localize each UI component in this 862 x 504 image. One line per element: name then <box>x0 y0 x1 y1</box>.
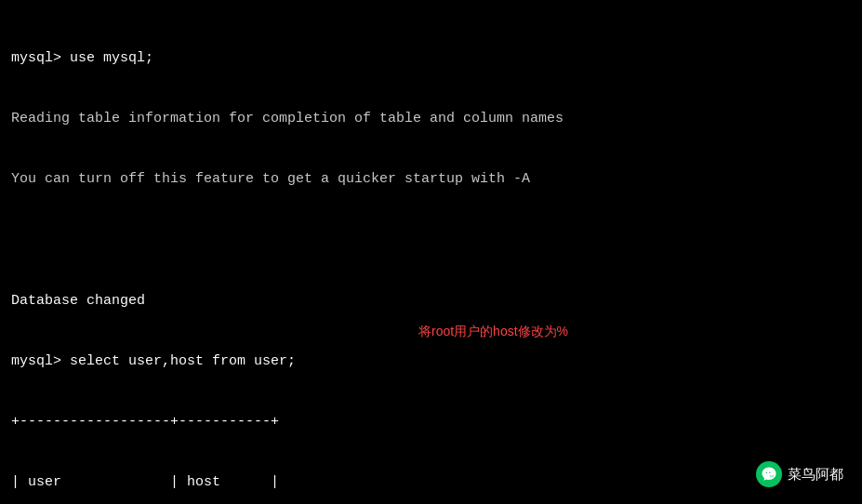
terminal-output: mysql> use mysql; Reading table informat… <box>0 0 862 504</box>
wechat-badge: 菜鸟阿都 <box>756 461 843 487</box>
wechat-label: 菜鸟阿都 <box>788 466 843 484</box>
line-info1: Reading table information for completion… <box>11 109 851 129</box>
line-sep1: +------------------+-----------+ <box>11 412 851 432</box>
line-header: | user | host | <box>11 472 851 493</box>
empty-line-1 <box>11 230 851 250</box>
line-info2: You can turn off this feature to get a q… <box>11 169 851 190</box>
wechat-icon <box>756 461 782 487</box>
line-cmd2: mysql> select user,host from user; <box>11 351 851 372</box>
line-cmd1: mysql> use mysql; <box>11 48 851 69</box>
line-db-changed: Database changed <box>11 291 851 312</box>
annotation-text: 将root用户的host修改为% <box>418 324 568 340</box>
